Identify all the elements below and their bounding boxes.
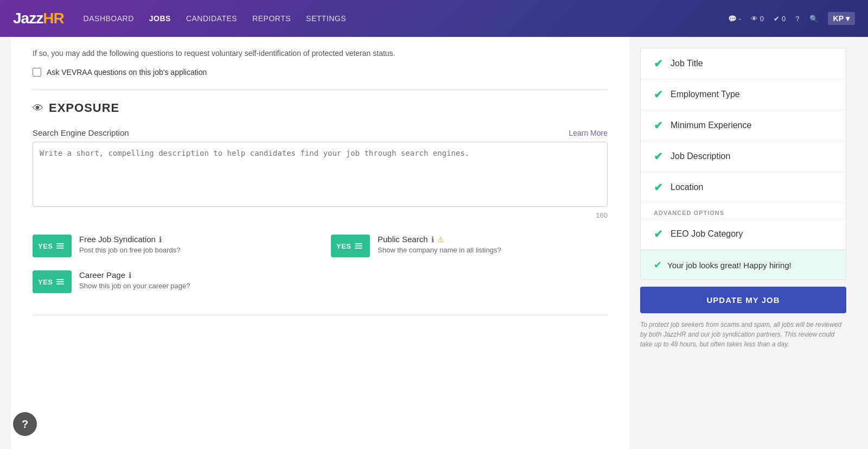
nav-dashboard[interactable]: DASHBOARD [84,14,134,23]
checklist-item-location: ✔ Location [641,172,846,203]
career-page-title: Career Page ℹ [79,270,190,280]
chat-symbol: 💬 [728,15,737,23]
user-avatar[interactable]: KP ▾ [828,12,855,25]
help-icon-btn[interactable]: ? [795,15,799,23]
main-content: If so, you may add the following questio… [11,37,857,449]
header-left: JazzHR DASHBOARD JOBS CANDIDATES REPORTS… [13,10,346,27]
checklist-job-description-label: Job Description [671,151,730,161]
advanced-options-label: ADVANCED OPTIONS [641,203,846,219]
public-search-label: Public Search [378,235,428,244]
help-bubble-icon: ? [22,418,28,431]
eye-icon-btn[interactable]: 👁 0 [751,15,764,23]
help-bubble[interactable]: ? [13,412,37,436]
career-page-btn[interactable]: YES [33,270,72,293]
toggle-hamburger-1 [56,243,64,249]
career-page-info: Career Page ℹ Show this job on your care… [79,270,190,290]
check-icon-job-title: ✔ [654,57,663,70]
vevraa-checkbox-row: Ask VEVRAA questions on this job's appli… [33,68,608,77]
hline-2 [56,245,64,246]
checklist-eeo-label: EEO Job Category [671,229,743,239]
hline-4 [355,243,362,244]
right-panel: ✔ Job Title ✔ Employment Type ✔ Minimum … [629,37,857,449]
vevraa-checkbox[interactable] [33,68,41,77]
checklist-item-employment-type: ✔ Employment Type [641,79,846,110]
public-search-info-icon[interactable]: ℹ [431,235,434,244]
nav-settings[interactable]: SETTINGS [306,14,346,23]
main-nav: DASHBOARD JOBS CANDIDATES REPORTS SETTIN… [84,14,346,23]
checklist-job-title-label: Job Title [671,59,703,68]
section-divider-2 [33,315,608,315]
search-description-textarea[interactable] [33,142,608,207]
yes-label-3: YES [38,278,53,286]
exposure-eye-icon: 👁 [33,102,43,115]
search-description-label: Search Engine Description [33,128,129,137]
public-search-subtitle: Show the company name in all listings? [378,246,501,254]
check-count: 0 [782,15,786,23]
check-icon-location: ✔ [654,181,663,194]
check-icon-job-description: ✔ [654,150,663,163]
checklist-item-job-title: ✔ Job Title [641,48,846,79]
checklist-min-experience-label: Minimum Experience [671,121,751,130]
question-symbol: ? [795,15,799,23]
public-search-btn[interactable]: YES [331,235,370,257]
logo[interactable]: JazzHR [13,10,64,27]
left-panel: If so, you may add the following questio… [11,37,629,449]
logo-text: JazzHR [13,10,64,27]
check-icon-employment-type: ✔ [654,88,663,101]
disclaimer-text: To protect job seekers from scams and sp… [640,320,846,349]
public-search-toggle: YES Public Search ℹ ⚠ Show the company n… [331,235,608,257]
free-syndication-info-icon[interactable]: ℹ [159,235,162,244]
career-page-info-icon[interactable]: ℹ [129,271,131,280]
search-icon-btn[interactable]: 🔍 [809,15,818,23]
public-search-title: Public Search ℹ ⚠ [378,235,501,244]
eye-symbol: 👁 [751,15,758,23]
nav-jobs[interactable]: JOBS [149,14,171,23]
search-symbol: 🔍 [809,15,818,23]
checklist-card: ✔ Job Title ✔ Employment Type ✔ Minimum … [640,48,846,280]
career-page-label: Career Page [79,270,125,280]
messages-icon[interactable]: 💬 - [728,15,741,23]
nav-candidates[interactable]: CANDIDATES [186,14,237,23]
career-page-subtitle: Show this job on your career page? [79,282,190,290]
toggle-hamburger-3 [56,279,64,284]
career-page-toggle: YES Career Page ℹ Show this job on your … [33,270,309,293]
checklist-item-min-experience: ✔ Minimum Experience [641,110,846,141]
checklist-item-job-description: ✔ Job Description [641,141,846,172]
vevraa-intro: If so, you may add the following questio… [33,48,608,59]
learn-more-link[interactable]: Learn More [569,129,608,137]
field-header: Search Engine Description Learn More [33,128,608,137]
free-syndication-btn[interactable]: YES [33,235,72,257]
yes-label-1: YES [38,242,53,250]
check-symbol: ✔ [774,15,780,23]
search-description-field: Search Engine Description Learn More 160 [33,128,608,219]
toggle-grid: YES Free Job Syndication ℹ Post this job… [33,235,608,293]
toggle-hamburger-2 [355,243,362,249]
check-icon-eeo: ✔ [654,227,663,241]
exposure-title-text: EXPOSURE [49,101,119,115]
free-job-syndication-toggle: YES Free Job Syndication ℹ Post this job… [33,235,309,257]
eye-count: 0 [760,15,764,23]
exposure-section-title: 👁 EXPOSURE [33,101,608,115]
free-syndication-label: Free Job Syndication [79,235,156,244]
checklist-location-label: Location [671,182,704,192]
public-search-info: Public Search ℹ ⚠ Show the company name … [378,235,501,254]
free-syndication-title: Free Job Syndication ℹ [79,235,180,244]
update-job-button[interactable]: UPDATE MY JOB [640,287,846,313]
happy-check-icon: ✔ [654,259,662,271]
checklist-employment-type-label: Employment Type [671,90,740,99]
header-right: 💬 - 👁 0 ✔ 0 ? 🔍 KP ▾ [728,12,856,25]
happy-hiring-row: ✔ Your job looks great! Happy hiring! [641,250,846,280]
hline-8 [56,281,64,282]
hline-6 [355,248,362,249]
yes-label-2: YES [336,242,352,250]
hline-9 [56,283,64,284]
dropdown-arrow: ▾ [846,14,850,23]
vevraa-checkbox-label[interactable]: Ask VEVRAA questions on this job's appli… [47,68,207,77]
free-syndication-subtitle: Post this job on free job boards? [79,246,180,254]
happy-hiring-text: Your job looks great! Happy hiring! [667,261,792,270]
section-divider-1 [33,90,608,90]
nav-reports[interactable]: REPORTS [252,14,291,23]
hline-3 [56,248,64,249]
check-icon-btn[interactable]: ✔ 0 [774,15,786,23]
hline-1 [56,243,64,244]
